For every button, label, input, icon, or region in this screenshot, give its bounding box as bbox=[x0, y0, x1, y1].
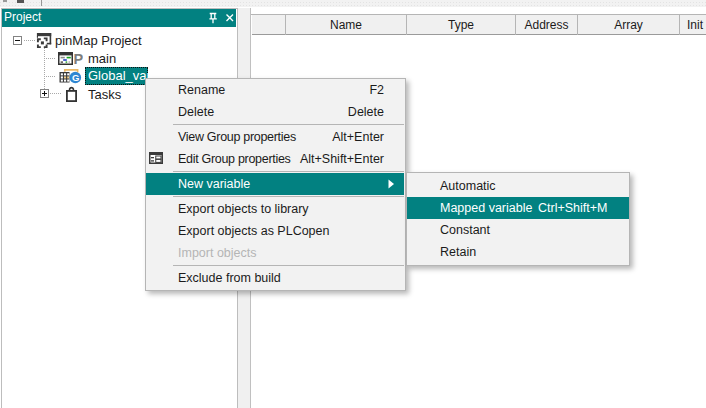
svg-text:G: G bbox=[72, 72, 79, 83]
svg-text:P: P bbox=[74, 52, 83, 65]
